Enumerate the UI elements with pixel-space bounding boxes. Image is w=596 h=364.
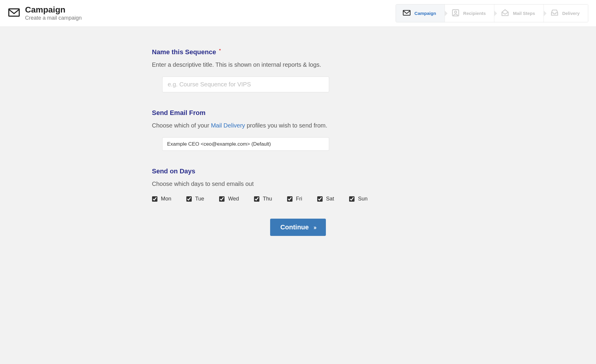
chevron-double-right-icon: ›› xyxy=(314,224,316,231)
inbox-icon xyxy=(550,9,559,18)
from-profile-select[interactable]: Example CEO <ceo@example.com> (Default) xyxy=(162,137,329,151)
main-content: Name this Sequence * Enter a descriptive… xyxy=(146,27,450,254)
day-wed[interactable]: Wed xyxy=(219,196,239,202)
step-label: Campaign xyxy=(414,11,436,16)
section-heading: Send Email From xyxy=(152,109,444,117)
open-envelope-icon xyxy=(501,9,509,18)
page-header: Campaign Create a mail campaign Campaign xyxy=(0,0,596,27)
day-thu-checkbox[interactable] xyxy=(254,196,259,202)
user-box-icon xyxy=(451,9,460,18)
envelope-icon xyxy=(8,6,20,20)
day-label: Wed xyxy=(228,196,239,202)
day-label: Sun xyxy=(358,196,368,202)
step-label: Recipients xyxy=(463,11,486,16)
section-heading: Name this Sequence * xyxy=(152,48,444,56)
page-title: Campaign xyxy=(25,5,82,15)
sequence-name-input[interactable] xyxy=(162,77,329,92)
desc-post: profiles you wish to send from. xyxy=(245,122,327,129)
day-wed-checkbox[interactable] xyxy=(219,196,225,202)
header-left: Campaign Create a mail campaign xyxy=(8,5,82,21)
step-mail-steps[interactable]: Mail Steps xyxy=(494,4,544,22)
svg-rect-1 xyxy=(403,10,410,15)
section-description: Enter a descriptive title. This is shown… xyxy=(152,61,444,68)
day-label: Sat xyxy=(326,196,334,202)
step-campaign[interactable]: Campaign xyxy=(396,4,445,22)
step-nav: Campaign Recipients Mail Steps xyxy=(396,4,588,22)
step-delivery[interactable]: Delivery xyxy=(544,4,588,22)
day-label: Tue xyxy=(195,196,204,202)
continue-label: Continue xyxy=(280,223,309,231)
day-sat[interactable]: Sat xyxy=(317,196,334,202)
section-heading: Send on Days xyxy=(152,167,444,175)
day-thu[interactable]: Thu xyxy=(254,196,272,202)
day-tue-checkbox[interactable] xyxy=(186,196,192,202)
svg-point-3 xyxy=(454,11,456,13)
section-description: Choose which days to send emails out xyxy=(152,181,444,187)
days-group: Mon Tue Wed Thu Fri Sat xyxy=(152,196,444,202)
day-tue[interactable]: Tue xyxy=(186,196,204,202)
section-days: Send on Days Choose which days to send e… xyxy=(152,167,444,202)
mail-delivery-link[interactable]: Mail Delivery xyxy=(211,122,245,129)
required-asterisk: * xyxy=(219,48,221,53)
page-subtitle: Create a mail campaign xyxy=(25,15,82,21)
day-fri-checkbox[interactable] xyxy=(287,196,292,202)
desc-pre: Choose which of your xyxy=(152,122,211,129)
day-sun-checkbox[interactable] xyxy=(349,196,354,202)
heading-text: Name this Sequence xyxy=(152,48,216,56)
step-recipients[interactable]: Recipients xyxy=(445,4,495,22)
step-label: Mail Steps xyxy=(513,11,535,16)
section-from: Send Email From Choose which of your Mai… xyxy=(152,109,444,151)
title-block: Campaign Create a mail campaign xyxy=(25,5,82,21)
continue-button[interactable]: Continue ›› xyxy=(270,219,326,236)
day-mon[interactable]: Mon xyxy=(152,196,171,202)
day-sun[interactable]: Sun xyxy=(349,196,368,202)
day-fri[interactable]: Fri xyxy=(287,196,302,202)
day-label: Fri xyxy=(296,196,302,202)
day-sat-checkbox[interactable] xyxy=(317,196,323,202)
day-label: Thu xyxy=(263,196,272,202)
actions: Continue ›› xyxy=(152,219,444,236)
day-mon-checkbox[interactable] xyxy=(152,196,157,202)
envelope-icon xyxy=(403,9,411,18)
day-label: Mon xyxy=(161,196,171,202)
section-description: Choose which of your Mail Delivery profi… xyxy=(152,122,444,129)
section-name: Name this Sequence * Enter a descriptive… xyxy=(152,48,444,92)
svg-rect-0 xyxy=(9,9,19,16)
step-label: Delivery xyxy=(562,11,580,16)
